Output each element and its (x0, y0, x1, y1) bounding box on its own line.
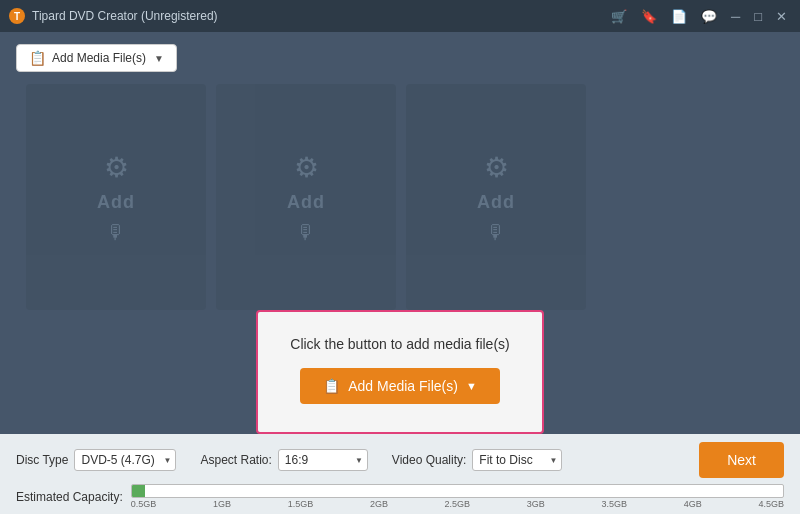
slots-background: ⚙ Add 🎙 ⚙ Add 🎙 ⚙ Add 🎙 (16, 84, 784, 310)
aspect-ratio-label: Aspect Ratio: (200, 453, 271, 467)
file-icon[interactable]: 📄 (666, 7, 692, 26)
aspect-ratio-group: Aspect Ratio: 16:9 4:3 (200, 449, 367, 471)
tick-4.5gb: 4.5GB (758, 499, 784, 509)
add-media-toolbar-label: Add Media File(s) (52, 51, 146, 65)
content-area: ⚙ Add 🎙 ⚙ Add 🎙 ⚙ Add 🎙 Click the button… (16, 84, 784, 434)
dialog-add-media-button[interactable]: 📋 Add Media File(s) ▼ (300, 368, 500, 404)
main-area: 📋 Add Media File(s) ▼ ⚙ Add 🎙 ⚙ Add 🎙 ⚙ … (0, 32, 800, 434)
slot-2-mic-icon: 🎙 (296, 221, 316, 244)
aspect-ratio-select[interactable]: 16:9 4:3 (278, 449, 368, 471)
capacity-bar-fill (132, 485, 145, 497)
next-button[interactable]: Next (699, 442, 784, 478)
dialog-add-label: Add Media File(s) (348, 378, 458, 394)
bottom-settings-row: Disc Type DVD-5 (4.7G) DVD-9 (8.5G) Blu-… (16, 442, 784, 478)
capacity-bar-background (131, 484, 784, 498)
bottom-bar: Disc Type DVD-5 (4.7G) DVD-9 (8.5G) Blu-… (0, 434, 800, 514)
disc-type-select[interactable]: DVD-5 (4.7G) DVD-9 (8.5G) Blu-ray 25G Bl… (74, 449, 176, 471)
slot-2-add-text: Add (287, 192, 325, 213)
video-quality-select-wrapper: Fit to Disc High Medium Low (472, 449, 562, 471)
svg-text:T: T (14, 11, 20, 22)
slot-2: ⚙ Add 🎙 (216, 84, 396, 310)
video-quality-group: Video Quality: Fit to Disc High Medium L… (392, 449, 563, 471)
slot-3-mic-icon: 🎙 (486, 221, 506, 244)
slot-3: ⚙ Add 🎙 (406, 84, 586, 310)
window-title: Tipard DVD Creator (Unregistered) (32, 9, 606, 23)
video-quality-select[interactable]: Fit to Disc High Medium Low (472, 449, 562, 471)
cart-icon[interactable]: 🛒 (606, 7, 632, 26)
dialog-dropdown-arrow-icon: ▼ (466, 380, 477, 392)
minimize-icon[interactable]: ─ (726, 7, 745, 26)
toolbar: 📋 Add Media File(s) ▼ (16, 44, 784, 72)
slot-3-film-icon: ⚙ (484, 151, 509, 184)
slot-1-add-text: Add (97, 192, 135, 213)
tick-1.5gb: 1.5GB (288, 499, 314, 509)
toolbar-dropdown-arrow-icon: ▼ (154, 53, 164, 64)
video-quality-label: Video Quality: (392, 453, 467, 467)
bookmark-icon[interactable]: 🔖 (636, 7, 662, 26)
estimated-capacity-label: Estimated Capacity: (16, 490, 123, 504)
slot-1: ⚙ Add 🎙 (26, 84, 206, 310)
slot-1-film-icon: ⚙ (104, 151, 129, 184)
disc-type-label: Disc Type (16, 453, 68, 467)
tick-3.5gb: 3.5GB (602, 499, 628, 509)
capacity-ticks: 0.5GB 1GB 1.5GB 2GB 2.5GB 3GB 3.5GB 4GB … (131, 499, 784, 509)
add-media-icon: 📋 (29, 50, 46, 66)
tick-4gb: 4GB (684, 499, 702, 509)
dialog-add-icon: 📋 (323, 378, 340, 394)
slot-3-add-text: Add (477, 192, 515, 213)
tick-1gb: 1GB (213, 499, 231, 509)
slot-2-film-icon: ⚙ (294, 151, 319, 184)
chat-icon[interactable]: 💬 (696, 7, 722, 26)
capacity-row: Estimated Capacity: 0.5GB 1GB 1.5GB 2GB … (16, 484, 784, 509)
close-icon[interactable]: ✕ (771, 7, 792, 26)
tick-3gb: 3GB (527, 499, 545, 509)
add-media-dialog: Click the button to add media file(s) 📋 … (256, 310, 543, 434)
disc-type-group: Disc Type DVD-5 (4.7G) DVD-9 (8.5G) Blu-… (16, 449, 176, 471)
aspect-ratio-select-wrapper: 16:9 4:3 (278, 449, 368, 471)
maximize-icon[interactable]: □ (749, 7, 767, 26)
window-controls: 🛒 🔖 📄 💬 ─ □ ✕ (606, 7, 792, 26)
disc-type-select-wrapper: DVD-5 (4.7G) DVD-9 (8.5G) Blu-ray 25G Bl… (74, 449, 176, 471)
dialog-prompt-text: Click the button to add media file(s) (290, 336, 509, 352)
slot-1-mic-icon: 🎙 (106, 221, 126, 244)
add-media-toolbar-button[interactable]: 📋 Add Media File(s) ▼ (16, 44, 177, 72)
tick-0.5gb: 0.5GB (131, 499, 157, 509)
tick-2gb: 2GB (370, 499, 388, 509)
app-logo: T (8, 7, 26, 25)
capacity-bar-container: 0.5GB 1GB 1.5GB 2GB 2.5GB 3GB 3.5GB 4GB … (131, 484, 784, 509)
title-bar: T Tipard DVD Creator (Unregistered) 🛒 🔖 … (0, 0, 800, 32)
tick-2.5gb: 2.5GB (445, 499, 471, 509)
